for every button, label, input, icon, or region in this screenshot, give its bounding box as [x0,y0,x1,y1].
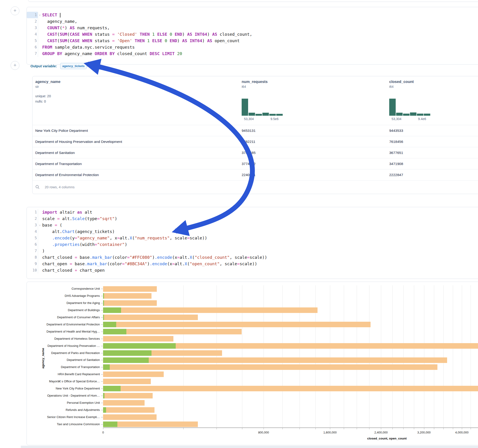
code-line[interactable]: 3 COUNT(*) AS num_requests, [27,25,478,31]
bar-open_count [103,293,104,299]
row-column-count: 20 rows, 4 columns [45,185,75,189]
x-axis-tick-label: 1,600,000 [323,431,337,434]
bar-closed_count [103,300,157,306]
bar-closed_count [103,400,145,406]
code-line[interactable]: 6FROM sample_data.nyc.service_requests [27,44,478,50]
x-axis-tick [462,428,462,429]
x-axis-tick [403,428,403,429]
table-cell: 7782211 [242,136,255,147]
x-axis-tick [414,428,414,429]
y-axis-label: Department of Consumer Affairs [27,316,100,319]
gridline [453,285,453,428]
column-header-num-requests[interactable]: num_requests i64 [242,80,268,88]
code-line[interactable]: 4 CAST(SUM(CASE WHEN status = 'Closed' T… [27,31,478,37]
code-text: GROUP BY agency_name ORDER BY closed_cou… [38,50,478,57]
code-line[interactable]: 1import altair as alt [27,209,478,216]
bar-closed_count [103,379,151,384]
line-number: 3 [27,25,38,31]
code-line[interactable]: 6 .properties(width="container") [27,241,478,248]
x-axis-tick-label: 3,200,000 [417,431,431,434]
previous-cell-edge [28,0,478,2]
gridline [462,285,462,428]
column-header-agency-name[interactable]: agency_name str unique: 20 nulls: 0 [35,80,60,104]
line-number: 7 [27,248,38,254]
histogram-bar [249,113,255,116]
fold-chevron-icon[interactable]: ˅ [39,222,41,229]
code-line[interactable]: 9chart_open = base.mark_bar(color="#8BC3… [27,261,478,267]
sql-code-editor[interactable]: 1˅SELECT 2 agency_name,3 COUNT(*) AS num… [27,12,478,57]
sql-cell[interactable]: 1˅SELECT 2 agency_name,3 COUNT(*) AS num… [26,7,478,64]
y-axis-tick [101,389,103,389]
code-text: chart_closed = base.mark_bar(color="#FFC… [38,254,478,261]
python-code-editor[interactable]: 1import altair as alt2scale = alt.Scale(… [27,209,478,274]
y-axis-label: Refunds and Adjustments [27,408,100,412]
code-line[interactable]: 5 CAST(SUM(CASE WHEN status = 'Open' THE… [27,37,478,44]
table-cell: 9443533 [389,125,403,136]
y-axis-label: Correspondence Unit [27,287,100,290]
table-row[interactable]: New York City Police Department945313194… [32,125,478,136]
code-line[interactable]: 2scale = alt.Scale(type="sqrt") [27,216,478,222]
y-axis-tick [101,381,103,382]
add-cell-button[interactable]: + [11,61,19,70]
fold-chevron-icon[interactable]: ˅ [39,12,41,19]
column-stats: unique: 20 nulls: 0 [35,93,60,104]
code-line[interactable]: 5 .encode(y="agency_name", x=alt.X("num_… [27,235,478,241]
code-line[interactable]: 2 agency_name, [27,18,478,25]
gridline [242,285,242,428]
table-row[interactable]: Department of Transportation377489234719… [32,158,478,169]
code-line[interactable]: 8chart_closed = base.mark_bar(color="#FF… [27,254,478,261]
column-name: num_requests [242,80,268,84]
line-number: 10 [27,267,38,274]
x-axis-tick [471,428,471,429]
line-number: 5 [27,235,38,241]
search-icon[interactable] [35,185,40,189]
code-line[interactable]: 3˅base = ( [27,222,478,228]
histogram-bar [424,114,430,116]
table-row[interactable]: Department of Housing Preservation and D… [32,136,478,147]
hist-min-label: 53,304 [391,117,402,121]
x-axis-tick [443,428,444,429]
line-number: 2 [27,216,38,222]
output-variable-pill[interactable]: agency_tickets [60,63,87,69]
output-variable-row: Output variable: agency_tickets [31,62,87,70]
code-text: import altair as alt [38,209,478,216]
python-cell[interactable]: 1import altair as alt2scale = alt.Scale(… [26,207,478,279]
code-text: alt.Chart(agency_tickets) [38,228,478,235]
bar-open_count [103,407,106,413]
code-text: ) [38,248,478,254]
table-row[interactable]: Department of Sanitation37494853677651 [32,147,478,158]
gridline [264,285,264,428]
bar-open_count [103,393,104,398]
add-cell-button[interactable]: + [11,6,19,15]
bar-open_count [103,329,126,334]
y-axis-tick [101,303,103,303]
gridline [216,285,217,428]
y-axis-label: HRA Benefit Card Replacement [27,372,100,376]
table-row[interactable]: Department of Environmental Protection22… [32,169,478,181]
dataframe-preview: agency_name str unique: 20 nulls: 0 num_… [32,76,478,194]
table-cell: 3677651 [389,147,403,158]
histogram-bar [276,114,283,116]
code-line[interactable]: 1˅SELECT [27,12,478,18]
bar-closed_count [103,286,157,292]
line-number: 1˅ [27,12,38,18]
code-line[interactable]: 4 alt.Chart(agency_tickets) [27,228,478,235]
x-axis-tick [357,428,357,429]
bar-closed_count [103,315,198,320]
table-cell: Department of Transportation [35,158,82,169]
code-text: .properties(width="container") [38,241,478,248]
bar-closed_count [103,407,155,413]
code-line[interactable]: 7) [27,248,478,254]
gridline [414,285,414,428]
column-header-closed-count[interactable]: closed_count i64 [389,80,414,88]
code-text: CAST(SUM(CASE WHEN status = 'Closed' THE… [38,31,478,37]
gridline [471,285,471,428]
table-cell: Department of Sanitation [35,147,75,158]
code-line[interactable]: 7GROUP BY agency_name ORDER BY closed_co… [27,50,478,57]
x-axis-tick [300,428,300,429]
column-type: str [35,85,60,88]
gridline [283,285,283,428]
code-line[interactable]: 10chart_closed + chart_open [27,267,478,274]
x-axis-tick [330,428,330,429]
gridline [443,285,444,428]
